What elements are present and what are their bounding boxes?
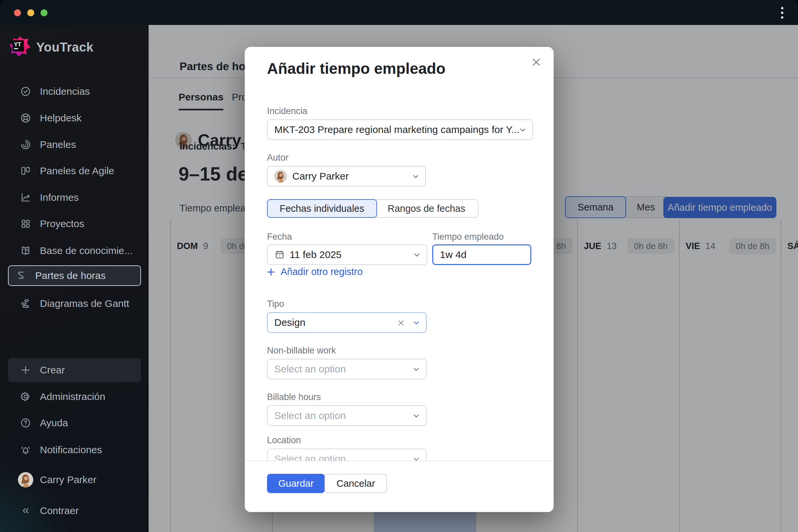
date-mode-toggle: Fechas individuales Rangos de fechas <box>267 199 478 218</box>
close-icon[interactable] <box>528 54 544 70</box>
calendar-icon <box>274 249 285 260</box>
chevron-down-icon <box>412 318 421 327</box>
sidebar-item-notificaciones[interactable]: Notificaciones <box>8 438 141 462</box>
sidebar-item-incidencias[interactable]: Incidencias <box>8 79 141 103</box>
date-ranges-button[interactable]: Rangos de fechas <box>374 199 479 218</box>
help-circle-icon <box>20 417 31 429</box>
author-avatar <box>274 170 287 183</box>
chevron-down-icon <box>412 411 421 420</box>
gear-icon <box>20 391 31 402</box>
dialog-title: Añadir tiempo empleado <box>267 59 445 77</box>
plus-icon <box>266 267 276 277</box>
app-window: YT YouTrack Incidencias Helpdesk Paneles <box>0 0 798 532</box>
chevron-down-icon <box>412 365 421 374</box>
dialog-footer: Guardar Cancelar <box>245 460 554 512</box>
main-content: Partes de horas Personas Pro Carry P Inc… <box>149 25 798 532</box>
date-label: Fecha <box>267 232 292 242</box>
sidebar-item-administracion[interactable]: Administración <box>8 385 141 408</box>
sidebar-collapse-button[interactable]: Contraer <box>8 499 141 523</box>
non-billable-select[interactable]: Select an option <box>267 359 426 379</box>
sidebar-item-paneles-de-agile[interactable]: Paneles de Agile <box>8 159 141 183</box>
author-select[interactable]: Carry Parker <box>267 166 426 187</box>
author-label: Autor <box>267 153 289 163</box>
clear-icon[interactable] <box>397 318 405 327</box>
close-window-button[interactable] <box>14 9 21 16</box>
billable-hours-label: Billable hours <box>267 392 321 402</box>
bell-icon <box>20 444 31 456</box>
chevron-down-icon <box>518 125 527 134</box>
add-another-record-link[interactable]: Añadir otro registro <box>266 266 363 277</box>
sidebar-item-informes[interactable]: Informes <box>8 186 141 209</box>
kebab-menu-icon[interactable] <box>778 5 786 20</box>
issue-label: Incidencia <box>267 106 307 116</box>
zoom-window-button[interactable] <box>41 9 48 16</box>
spent-time-input[interactable] <box>432 244 531 265</box>
plus-icon <box>20 364 31 376</box>
gantt-icon <box>20 298 31 309</box>
youtrack-logo[interactable]: YT YouTrack <box>8 36 93 58</box>
sidebar: YT YouTrack Incidencias Helpdesk Paneles <box>0 25 149 532</box>
svg-text:YT: YT <box>14 41 21 48</box>
chevron-down-icon <box>411 172 420 180</box>
non-billable-label: Non-billable work <box>267 345 336 356</box>
grid-icon <box>20 218 31 229</box>
check-circle-icon <box>20 86 31 97</box>
lifebuoy-icon <box>20 112 31 124</box>
chart-line-icon <box>20 192 31 203</box>
hourglass-icon <box>15 270 26 281</box>
sidebar-item-proyectos[interactable]: Proyectos <box>8 212 141 236</box>
logo-wordmark: YouTrack <box>36 40 93 55</box>
gauge-icon <box>20 139 31 150</box>
sidebar-item-helpdesk[interactable]: Helpdesk <box>8 106 141 130</box>
collapse-icon <box>20 505 31 516</box>
youtrack-logo-icon: YT <box>8 36 31 58</box>
issue-select[interactable]: MKT-203 Prepare regional marketing campa… <box>267 119 533 140</box>
add-spent-time-dialog: Añadir tiempo empleado Incidencia MKT-20… <box>245 47 554 512</box>
type-select[interactable]: Design <box>267 312 426 333</box>
sidebar-item-diagramas-de-gantt[interactable]: Diagramas de Gantt <box>8 291 141 316</box>
sidebar-item-ayuda[interactable]: Ayuda <box>8 411 141 435</box>
sidebar-item-partes-de-horas[interactable]: Partes de horas <box>8 265 141 286</box>
create-button[interactable]: Crear <box>8 358 141 382</box>
save-button[interactable]: Guardar <box>267 474 325 493</box>
sidebar-item-profile[interactable]: Carry Parker <box>8 468 141 492</box>
type-label: Tipo <box>267 299 284 309</box>
chevron-down-icon <box>413 250 421 259</box>
sidebar-item-paneles[interactable]: Paneles <box>8 133 141 157</box>
agile-board-icon <box>20 165 31 176</box>
billable-hours-select[interactable]: Select an option <box>267 405 426 426</box>
cancel-button[interactable]: Cancelar <box>324 474 387 493</box>
book-open-icon <box>20 245 31 256</box>
individual-dates-button[interactable]: Fechas individuales <box>267 199 377 218</box>
macos-titlebar <box>0 0 798 25</box>
location-label: Location <box>267 435 301 445</box>
user-avatar <box>18 472 33 488</box>
date-select[interactable]: 11 feb 2025 <box>267 244 427 265</box>
sidebar-item-base-de-conocimiento[interactable]: Base de conocimie... <box>8 239 141 263</box>
minimize-window-button[interactable] <box>27 9 34 16</box>
spent-time-label: Tiempo empleado <box>432 232 504 242</box>
